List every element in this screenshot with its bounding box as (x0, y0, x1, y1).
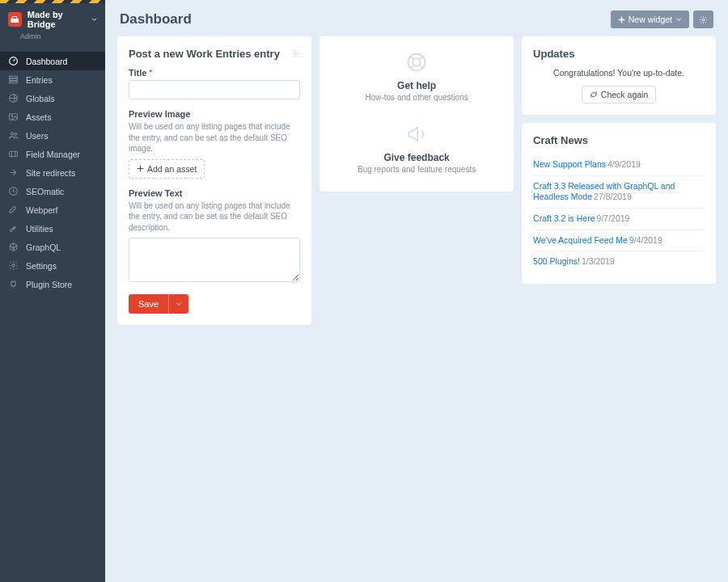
widget-title: Updates (533, 48, 705, 60)
news-link[interactable]: New Support Plans (533, 159, 606, 169)
nav-label: Assets (26, 112, 52, 122)
nav-label: Field Manager (26, 150, 80, 159)
save-button-group: Save (129, 294, 300, 314)
topbar: Dashboard New widget (105, 0, 728, 36)
image-icon (8, 112, 19, 122)
page-title: Dashboard (120, 11, 192, 27)
svg-point-12 (12, 264, 15, 267)
svg-rect-4 (10, 82, 18, 83)
gauge-icon (8, 56, 19, 66)
svg-point-14 (294, 53, 297, 55)
svg-rect-2 (10, 76, 18, 78)
seo-icon (8, 186, 19, 196)
nav-item-graphql[interactable]: GraphQL (0, 238, 105, 256)
plus-icon (618, 16, 625, 23)
nav-label: Plugin Store (26, 280, 72, 289)
nav-item-users[interactable]: Users (0, 126, 105, 145)
plus-icon (137, 165, 144, 172)
save-dropdown-button[interactable] (168, 294, 188, 314)
preview-image-help: Will be used on any listing pages that i… (129, 121, 300, 154)
svg-point-8 (11, 133, 13, 135)
button-label: New widget (629, 15, 672, 24)
preview-text-input[interactable] (129, 238, 300, 282)
nav-item-settings[interactable]: Settings (0, 256, 105, 275)
nav-label: Webperf (26, 205, 58, 215)
widget-title: Craft News (533, 134, 705, 146)
updates-widget: Updates Congratulations! You're up-to-da… (522, 36, 716, 115)
bullhorn-icon (405, 123, 428, 146)
nav-label: Users (26, 131, 48, 141)
nav-item-globals[interactable]: Globals (0, 89, 105, 108)
preview-text-label: Preview Text (129, 188, 300, 198)
main-content: Dashboard New widget Post a new Work Ent… (105, 0, 728, 582)
wrench-icon (8, 223, 19, 234)
support-widget: Get help How-tos and other questions Giv… (320, 36, 514, 192)
nav-item-plugin-store[interactable]: Plugin Store (0, 275, 105, 293)
gear-icon (8, 260, 19, 271)
chevron-down-icon (675, 16, 682, 23)
nav-label: Globals (26, 94, 55, 103)
svg-point-13 (702, 19, 705, 21)
nav-item-entries[interactable]: Entries (0, 70, 105, 89)
nav-item-field-manager[interactable]: Field Manager (0, 145, 105, 163)
news-date: 4/9/2019 (607, 159, 641, 169)
feedback-subtitle: Bug reports and feature requests (358, 165, 476, 174)
title-input[interactable] (129, 80, 300, 99)
dashboard-settings-button[interactable] (693, 11, 713, 28)
news-link[interactable]: Craft 3.2 is Here (533, 213, 595, 223)
rocket-icon (8, 205, 19, 215)
widget-title: Post a new Work Entries entry (129, 48, 300, 60)
plug-icon (8, 279, 19, 289)
nav-item-dashboard[interactable]: Dashboard (0, 52, 105, 70)
nav-item-redirects[interactable]: Site redirects (0, 163, 105, 182)
news-date: 9/7/2019 (597, 213, 630, 223)
nav-label: Site redirects (26, 168, 75, 178)
nav-label: Dashboard (26, 57, 67, 66)
news-item: Craft 3.3 Released with GraphQL and Head… (533, 175, 705, 208)
svg-rect-10 (10, 151, 18, 157)
main-nav: Dashboard Entries Globals Assets Users F… (0, 52, 105, 293)
preview-image-label: Preview Image (129, 109, 300, 119)
new-widget-button[interactable]: New widget (611, 11, 689, 28)
nav-label: SEOmatic (26, 187, 64, 196)
users-icon (8, 130, 19, 141)
widgets-grid: Post a new Work Entries entry Title* Pre… (105, 36, 728, 337)
svg-rect-3 (10, 78, 18, 80)
check-again-button[interactable]: Check again (582, 86, 656, 103)
site-switcher[interactable]: Made by Bridge (0, 3, 105, 36)
news-date: 27/8/2019 (594, 192, 632, 201)
list-icon (8, 74, 19, 85)
news-item: Craft 3.2 is Here9/7/2019 (533, 208, 705, 230)
nav-item-webperf[interactable]: Webperf (0, 200, 105, 219)
nav-item-assets[interactable]: Assets (0, 108, 105, 126)
news-link[interactable]: We've Acquired Feed Me (533, 235, 628, 245)
give-feedback-link[interactable]: Give feedback (383, 152, 449, 163)
field-icon (8, 149, 19, 159)
graphql-icon (8, 242, 19, 252)
get-help-link[interactable]: Get help (397, 80, 436, 91)
preview-text-help: Will be used on any listing pages that i… (129, 200, 300, 234)
user-role: Admin (20, 32, 105, 40)
updates-message: Congratulations! You're up-to-date. (533, 68, 705, 78)
nav-item-seomatic[interactable]: SEOmatic (0, 182, 105, 200)
button-label: Add an asset (147, 164, 197, 174)
site-logo-icon (8, 12, 22, 27)
svg-point-9 (15, 133, 17, 136)
nav-label: Entries (26, 75, 53, 85)
nav-label: Settings (26, 261, 57, 271)
add-asset-button[interactable]: Add an asset (129, 159, 205, 179)
news-item: New Support Plans4/9/2019 (533, 154, 705, 175)
title-field-label: Title* (129, 68, 300, 78)
gear-icon (291, 49, 300, 58)
nav-label: GraphQL (26, 242, 61, 252)
required-indicator: * (149, 68, 152, 78)
save-button[interactable]: Save (129, 294, 168, 314)
chevron-down-icon (176, 301, 182, 307)
redirect-icon (8, 167, 19, 178)
widget-settings-button[interactable] (291, 49, 300, 58)
globe-icon (8, 93, 19, 103)
svg-point-7 (11, 116, 13, 117)
news-item: We've Acquired Feed Me9/4/2019 (533, 230, 705, 251)
nav-item-utilities[interactable]: Utilities (0, 219, 105, 238)
news-link[interactable]: 500 Plugins! (533, 256, 580, 266)
